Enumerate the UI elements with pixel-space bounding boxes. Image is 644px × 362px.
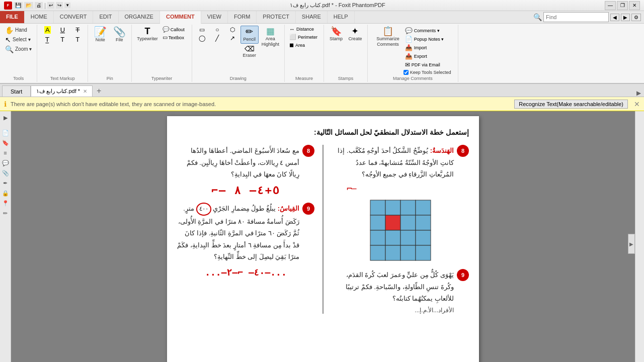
dropdown-btn[interactable]: ▼	[64, 3, 70, 8]
sb-comments-btn[interactable]: 💬	[1, 158, 10, 167]
popup-notes-icon: 📄	[405, 36, 413, 43]
recognize-text-btn[interactable]: Recognize Text(Make searchable/editable)	[514, 100, 628, 109]
document-tab[interactable]: كتاب رابع ف١.pdf * ✕	[31, 85, 93, 97]
polygon-shape-btn[interactable]: ⬡	[225, 26, 239, 34]
highlight-btn[interactable]: A	[40, 26, 54, 34]
undo-btn[interactable]: ↩	[47, 2, 54, 9]
popup-notes-btn[interactable]: 📄 Popup Notes ▾	[404, 35, 451, 43]
strikethrough-btn[interactable]: T	[70, 26, 85, 34]
distance-btn[interactable]: ↔ Distance	[288, 26, 320, 33]
tab-view[interactable]: VIEW	[201, 11, 228, 23]
keep-tools-checkbox[interactable]	[404, 70, 409, 75]
rect-shape-btn[interactable]: ▭	[195, 26, 209, 34]
win-close[interactable]: ✕	[629, 1, 640, 10]
win-restore[interactable]: ❐	[617, 1, 628, 10]
find-icon-btn[interactable]: 🔍	[533, 13, 542, 21]
underline-btn[interactable]: U	[55, 26, 69, 34]
save-btn[interactable]: 💾	[14, 2, 23, 9]
sb-arrow-btn[interactable]: ▶	[1, 113, 10, 122]
svg-rect-10	[400, 230, 416, 245]
sb-pencil-btn[interactable]: ✏	[1, 209, 10, 218]
area-highlight-btn[interactable]: ▦ AreaHighlight	[260, 26, 281, 48]
replace-text-btn[interactable]: T	[55, 35, 69, 44]
svg-rect-3	[416, 200, 431, 215]
grid-svg	[368, 198, 433, 263]
note-btn[interactable]: 📝 Note	[91, 26, 109, 44]
strikethrough-icon: T	[75, 26, 79, 34]
problem-8-geometry: 8 الهَندَسةُ: يُوضِّحُ الشَّكلُ أحدَ أوج…	[332, 145, 469, 263]
sb-signatures-btn[interactable]: ✒	[1, 178, 10, 188]
area-btn[interactable]: ◼ Area	[288, 41, 320, 49]
select-tool-btn[interactable]: ↖ Select ▾	[3, 35, 34, 44]
tab-edit[interactable]: EDIT	[93, 11, 118, 23]
sb-attachments-btn[interactable]: 📎	[1, 168, 10, 177]
math-annotation: ⌐— ٥+٤— ٨	[177, 184, 314, 197]
perimeter-btn[interactable]: ⬜ Perimeter	[288, 33, 320, 41]
group-drawing-label: Drawing	[230, 76, 247, 81]
pdf-email-btn[interactable]: ✉ PDF via Email	[404, 61, 451, 69]
summarize-comments-btn[interactable]: 📋 SummarizeComments	[374, 26, 401, 48]
export-btn[interactable]: 📤 Export	[404, 52, 451, 60]
find-container: 🔍 ◀ ▶ ⚙	[530, 11, 644, 23]
callout-label: Callout	[171, 27, 185, 32]
hand-tool-btn[interactable]: ✋ Hand	[3, 26, 34, 35]
find-prev[interactable]: ◀	[610, 14, 619, 21]
group-typewriter-label: Typewriter	[151, 76, 173, 81]
tab-file[interactable]: FILE	[0, 11, 25, 23]
callout-btn[interactable]: 💬 Callout	[161, 26, 189, 33]
group-typewriter: T Typewriter 💬 Callout ▭ Textbox Typewri…	[132, 25, 192, 82]
tab-organize[interactable]: ORGANIZE	[119, 11, 160, 23]
tab-help[interactable]: HELP	[328, 11, 355, 23]
rect-icon: ▭	[199, 26, 205, 33]
close-tab-btn[interactable]: ✕	[83, 88, 87, 94]
circled-400: ٤٠٠	[196, 203, 211, 216]
find-next[interactable]: ▶	[621, 14, 630, 21]
comments-dropdown-btn[interactable]: 💬 Comments ▾	[404, 27, 451, 35]
sb-pages-btn[interactable]: 📄	[1, 128, 10, 137]
right-column: 8 الهَندَسةُ: يُوضِّحُ الشَّكلُ أحدَ أوج…	[332, 145, 469, 313]
tab-form[interactable]: FORM	[228, 11, 257, 23]
insert-text-btn[interactable]: T	[70, 35, 85, 44]
start-tab[interactable]: Start	[2, 85, 31, 97]
sb-bookmarks-btn[interactable]: 🔖	[1, 138, 10, 147]
sb-layers-btn[interactable]: ≡	[1, 148, 10, 157]
tab-protect[interactable]: PROTECT	[257, 11, 296, 23]
close-infobar-btn[interactable]: ✕	[634, 100, 640, 108]
open-btn[interactable]: 📂	[24, 2, 33, 9]
import-btn[interactable]: 📥 Import	[404, 44, 451, 52]
file-btn[interactable]: 📎 File	[110, 26, 128, 44]
column-divider	[323, 145, 324, 313]
redo-btn[interactable]: ↪	[56, 2, 63, 9]
arrow-shape-btn[interactable]: ↗	[225, 34, 239, 42]
print-btn[interactable]: 🖨	[35, 2, 43, 9]
pdf-viewport[interactable]: إستعمل خطة الاستدلال المنطقيّ لحل المسائ…	[11, 111, 635, 362]
find-settings[interactable]: ⚙	[631, 14, 641, 21]
pencil-btn[interactable]: ✏ Pencil	[240, 26, 259, 44]
typewriter-btn[interactable]: T Typewriter	[135, 26, 160, 43]
tab-share[interactable]: SHARE	[296, 11, 328, 23]
line-shape-btn[interactable]: ╱	[210, 34, 224, 42]
new-tab-btn[interactable]: +	[93, 85, 105, 97]
find-input[interactable]	[543, 12, 609, 22]
ellipse-shape-btn[interactable]: ○	[210, 26, 224, 34]
eraser-btn[interactable]: ⌫ Eraser	[240, 44, 259, 59]
sb-security-btn[interactable]: 🔒	[1, 189, 10, 198]
circle-shape-btn[interactable]: ◯	[195, 34, 209, 42]
problem-9-running-text: القِياسُ: يبلُغُ طولُ مِضمارِ الجَرْيِ ٤…	[177, 203, 299, 262]
tab-home[interactable]: HOME	[25, 11, 54, 23]
perimeter-label: Perimeter	[298, 35, 317, 40]
win-minimize[interactable]: —	[605, 1, 616, 10]
area-highlight-icon: ▦	[266, 27, 275, 36]
tab-scroll-right[interactable]: ▶	[633, 89, 644, 97]
tab-comment[interactable]: COMMENT	[160, 11, 201, 24]
stamp-btn[interactable]: 🔖 Stamp	[327, 26, 345, 43]
summarize-icon: 📋	[382, 27, 393, 36]
group-manage-comments-label: Manage Comments	[393, 76, 433, 81]
zoom-tool-btn[interactable]: 🔍 Zoom ▾	[3, 45, 34, 54]
sb-destinations-btn[interactable]: 📍	[1, 199, 10, 208]
right-panel-toggle[interactable]: ▶	[628, 234, 635, 254]
squiggly-btn[interactable]: T̲	[40, 35, 54, 44]
tab-convert[interactable]: CONVERT	[54, 11, 94, 23]
create-btn[interactable]: ✦ Create	[346, 26, 364, 43]
textbox-btn[interactable]: ▭ Textbox	[161, 34, 189, 41]
